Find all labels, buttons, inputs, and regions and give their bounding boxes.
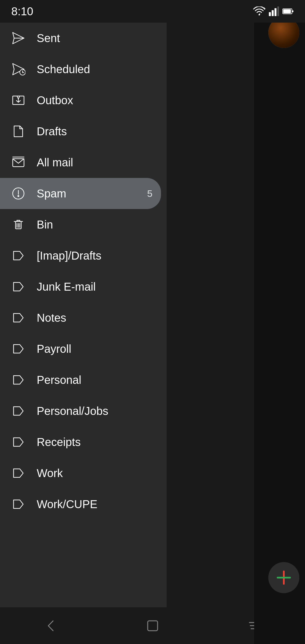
drawer-item-outbox[interactable]: Outbox (0, 85, 161, 116)
allmail-icon (8, 153, 28, 172)
label-icon (8, 246, 28, 266)
drawer-item-notes[interactable]: Notes (0, 302, 161, 333)
drawer-label-payroll: Payroll (37, 343, 152, 355)
svg-rect-8 (292, 10, 293, 12)
drawer-label-drafts: Drafts (37, 125, 152, 138)
wifi-icon: + (253, 6, 265, 16)
drawer-item-sent[interactable]: Sent (0, 23, 161, 54)
status-time: 8:10 (11, 5, 33, 18)
drawer-item-allmail[interactable]: All mail (0, 147, 161, 178)
drawer-label-work: Work (37, 467, 152, 480)
svg-rect-3 (272, 10, 274, 16)
signal-icon (269, 6, 279, 16)
plus-icon (274, 568, 294, 588)
label-icon (8, 432, 28, 452)
home-button[interactable] (141, 614, 164, 637)
svg-rect-32 (148, 621, 158, 631)
drawer-item-receipts[interactable]: Receipts (0, 427, 161, 458)
svg-rect-31 (277, 577, 291, 578)
drafts-icon (8, 121, 28, 141)
drawer-label-workcupe: Work/CUPE (37, 498, 152, 511)
label-icon (8, 463, 28, 483)
label-icon (8, 401, 28, 421)
drawer-label-scheduled: Scheduled (37, 63, 152, 76)
outbox-icon (8, 90, 28, 110)
spam-icon (8, 184, 28, 203)
drawer-item-payroll[interactable]: Payroll (0, 333, 161, 364)
back-button[interactable] (40, 614, 62, 637)
drawer-menu: Sent Scheduled Outbox Drafts All mail (0, 23, 167, 607)
drawer-label-spam: Spam (37, 187, 147, 200)
drawer-item-workcupe[interactable]: Work/CUPE (0, 489, 161, 520)
scheduled-icon (8, 59, 28, 79)
label-icon (8, 308, 28, 328)
drawer-item-spam[interactable]: Spam5 (0, 178, 161, 209)
drawer-item-bin[interactable]: Bin (0, 209, 161, 240)
drawer-label-personaljobs: Personal/Jobs (37, 405, 152, 417)
label-icon (8, 339, 28, 359)
right-panel (254, 0, 305, 644)
status-icons: + (253, 6, 294, 16)
drawer-item-personal[interactable]: Personal (0, 364, 161, 395)
drawer-label-imapdrafts: [Imap]/Drafts (37, 249, 152, 262)
svg-point-0 (259, 14, 260, 16)
compose-fab-button[interactable] (268, 562, 299, 593)
svg-rect-4 (274, 8, 276, 16)
drawer-label-personal: Personal (37, 374, 152, 386)
drawer-item-personaljobs[interactable]: Personal/Jobs (0, 395, 161, 427)
drawer-item-work[interactable]: Work (0, 458, 161, 489)
drawer-item-drafts[interactable]: Drafts (0, 116, 161, 147)
svg-rect-5 (277, 6, 279, 16)
bin-icon (8, 215, 28, 234)
drawer-label-bin: Bin (37, 218, 152, 231)
drawer-label-sent: Sent (37, 32, 152, 45)
drawer-item-scheduled[interactable]: Scheduled (0, 54, 161, 85)
drawer-item-imapdrafts[interactable]: [Imap]/Drafts (0, 240, 161, 271)
label-icon (8, 277, 28, 297)
drawer-badge-spam: 5 (147, 188, 152, 199)
label-icon (8, 370, 28, 390)
svg-point-21 (18, 195, 19, 197)
drawer-label-allmail: All mail (37, 156, 152, 169)
svg-text:+: + (263, 6, 265, 11)
svg-rect-2 (269, 12, 271, 16)
battery-icon (282, 8, 294, 15)
status-bar: 8:10 + (0, 0, 305, 23)
drawer-label-notes: Notes (37, 312, 152, 324)
drawer-label-receipts: Receipts (37, 436, 152, 449)
drawer-item-junkemail[interactable]: Junk E-mail (0, 271, 161, 302)
sent-icon (8, 28, 28, 48)
label-icon (8, 494, 28, 514)
svg-rect-7 (283, 9, 291, 13)
drawer-label-junkemail: Junk E-mail (37, 280, 152, 293)
drawer-label-outbox: Outbox (37, 94, 152, 107)
